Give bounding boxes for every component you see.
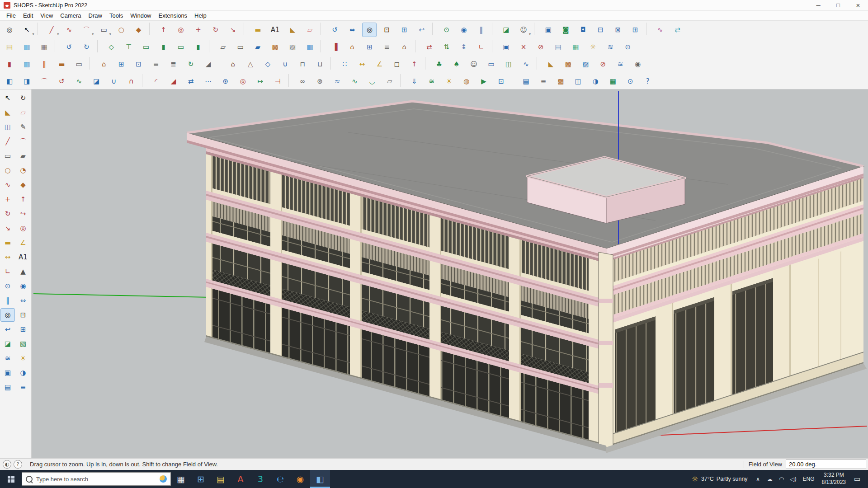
styles-tool[interactable]: ◑ (588, 74, 603, 89)
hide-edges-tool[interactable]: ▱ (382, 74, 396, 89)
tape-measure-tool[interactable]: ▬ (0, 236, 15, 249)
zoom-tool[interactable]: ◎ (0, 308, 15, 322)
taskbar-clock[interactable]: 3:32 PM 8/13/2023 (818, 472, 849, 486)
scenes-panel-button[interactable]: ▦ (568, 40, 583, 54)
zoom-tool[interactable]: ◎ (362, 23, 377, 37)
drape-tool[interactable]: ≋ (425, 74, 439, 89)
intersect-tool[interactable]: ◙ (558, 23, 573, 37)
walk-tool[interactable]: ‖ (0, 294, 15, 307)
walk-tool[interactable]: ‖ (474, 23, 489, 37)
open-model[interactable]: ▤ (2, 40, 17, 54)
gutter-tool[interactable]: ∪ (278, 57, 292, 71)
wireframe-style[interactable]: ▱ (216, 40, 230, 54)
push-pull-tool[interactable]: ↑ (16, 192, 30, 206)
hip-roof-tool[interactable]: ⌂ (226, 57, 240, 71)
menu-view[interactable]: View (37, 11, 57, 20)
mirror-tool[interactable]: ⇄ (184, 74, 198, 89)
minimize-button[interactable]: ─ (808, 0, 828, 10)
layers-panel-button[interactable]: ▤ (551, 40, 566, 54)
wall-tool-ext[interactable]: ▮ (2, 57, 17, 71)
pan-tool[interactable]: ⇔ (345, 23, 359, 37)
snapshot-tool[interactable]: ⊡ (494, 74, 509, 89)
railing-tool[interactable]: ≡ (149, 57, 163, 71)
paint-bucket-tool[interactable]: ◣ (0, 106, 15, 119)
statistics-tool[interactable]: ≋ (613, 57, 627, 71)
taskbar-search[interactable]: Type here to search (22, 472, 171, 486)
geolocation-icon[interactable]: ◐ (3, 460, 11, 469)
show-desktop-button[interactable] (865, 470, 868, 488)
onedrive-icon[interactable]: ☁ (764, 470, 776, 488)
profile-edit-tool[interactable]: ◨ (19, 74, 34, 89)
preferences-tool[interactable]: ◉ (631, 57, 645, 71)
gable-roof-tool[interactable]: △ (243, 57, 258, 71)
maximize-button[interactable]: □ (828, 0, 848, 10)
autocad-app[interactable]: A (231, 470, 250, 488)
offset-tool[interactable]: ◎ (174, 23, 188, 37)
text-tool[interactable]: A1 (268, 23, 283, 37)
explode-tool[interactable]: × (516, 40, 531, 54)
curtain-wall-tool[interactable]: ▥ (19, 57, 34, 71)
previous-view-tool[interactable]: ↩ (415, 23, 429, 37)
skylight-tool[interactable]: ◇ (260, 57, 275, 71)
model-info-tool[interactable]: ⊙ (623, 74, 637, 89)
shadow-settings-button[interactable]: ☼ (586, 40, 600, 54)
help-info-icon[interactable]: ? (14, 460, 22, 469)
shell-tool[interactable]: ◪ (89, 74, 104, 89)
split-tool[interactable]: ⊞ (628, 23, 642, 37)
polygon-tool[interactable]: ◆ (16, 178, 30, 192)
zoom-extents-tool[interactable]: ⊞ (397, 23, 411, 37)
tape-measure-tool[interactable]: ▬ (250, 23, 265, 37)
flip-y-tool[interactable]: ⇅ (439, 40, 454, 54)
drop-tool[interactable]: ⇓ (407, 74, 421, 89)
loft-tool[interactable]: ∿ (72, 74, 86, 89)
north-arrow-tool[interactable]: ↑ (407, 57, 421, 71)
cleanup-tool[interactable]: ⊘ (596, 57, 610, 71)
menu-draw[interactable]: Draw (85, 11, 106, 20)
render-tool[interactable]: ◍ (459, 74, 474, 89)
pie-tool[interactable]: ◔ (16, 164, 30, 177)
scale-tool[interactable]: ↘ (0, 221, 15, 235)
painter-tool[interactable]: ◣ (543, 57, 558, 71)
align-extension-tool[interactable]: ⇄ (670, 23, 684, 37)
3d-text-tool[interactable]: ▲ (16, 265, 30, 278)
menu-window[interactable]: Window (127, 11, 155, 20)
simplify-tool[interactable]: ≈ (330, 74, 344, 89)
select-tool[interactable]: ↖ (0, 91, 15, 105)
stair-tool-ext[interactable]: ≣ (166, 57, 181, 71)
unweld-tool[interactable]: ⊗ (313, 74, 327, 89)
volume-icon[interactable]: ◁) (788, 470, 799, 488)
line-tool[interactable]: ╱ (44, 23, 59, 37)
door-tool[interactable]: ⌂ (345, 40, 359, 54)
materials-tool[interactable]: ▩ (553, 74, 568, 89)
flip-z-tool[interactable]: ↨ (457, 40, 471, 54)
arc-tool[interactable]: ⌒ (79, 23, 94, 37)
fog-toggle-button[interactable]: ≋ (603, 40, 618, 54)
action-center-button[interactable]: ▭ (849, 470, 865, 488)
section-box-tool[interactable]: ◫ (501, 57, 516, 71)
back-view[interactable]: ▭ (174, 40, 188, 54)
freehand-tool[interactable]: ∿ (62, 23, 76, 37)
zoom-window-tool[interactable]: ⊡ (16, 308, 30, 322)
rotate-tool[interactable]: ↻ (208, 23, 223, 37)
rotated-rectangle-tool[interactable]: ▰ (16, 149, 30, 163)
union-tool[interactable]: ◘ (576, 23, 590, 37)
profile-tool[interactable]: ◧ (2, 74, 17, 89)
sun-study-tool[interactable]: ☀ (442, 74, 456, 89)
styles-tool[interactable]: ◑ (16, 366, 30, 380)
rectangle-tool[interactable]: ▭ (97, 23, 111, 37)
fillet-tool[interactable]: ◜ (149, 74, 163, 89)
3ds-max-app[interactable]: 3 (250, 470, 270, 488)
chamfer-tool[interactable]: ◢ (166, 74, 181, 89)
push-pull-tool[interactable]: ↑ (156, 23, 171, 37)
position-camera-tool[interactable]: ⊙ (439, 23, 454, 37)
soften-edges-tool[interactable]: ◡ (365, 74, 379, 89)
flip-x-tool[interactable]: ⇄ (422, 40, 436, 54)
line-tool[interactable]: ╱ (0, 135, 15, 148)
section-plane-tool[interactable]: ◪ (499, 23, 514, 37)
menu-edit[interactable]: Edit (19, 11, 37, 20)
viewport-3d[interactable] (32, 89, 868, 458)
slab-tool[interactable]: ▭ (72, 57, 86, 71)
xray-style[interactable]: ▥ (303, 40, 317, 54)
shaded-style[interactable]: ▰ (250, 40, 265, 54)
print-model[interactable]: ▦ (37, 40, 52, 54)
